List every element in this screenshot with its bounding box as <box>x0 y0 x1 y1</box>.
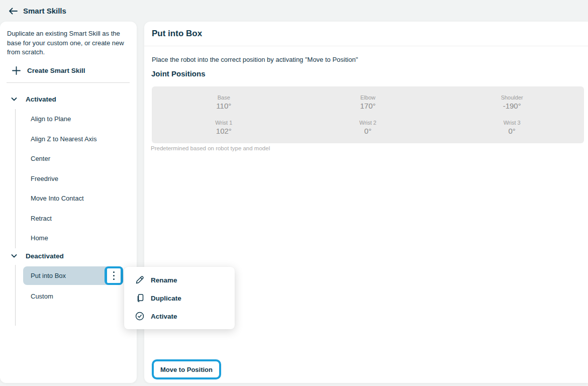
group-header-deactivated[interactable]: Deactivated <box>10 250 64 262</box>
deactivated-item-list: Put into Box Custom <box>15 265 131 326</box>
joint-value: 170° <box>296 102 440 110</box>
skill-title: Put into Box <box>152 29 202 39</box>
arrow-left-icon <box>8 7 18 15</box>
joint-cell-base: Base 110° <box>152 94 296 110</box>
group-label-activated: Activated <box>26 95 56 103</box>
joint-cell-wrist3: Wrist 3 0° <box>440 120 584 135</box>
group-header-activated[interactable]: Activated <box>10 93 56 105</box>
back-button[interactable] <box>5 3 21 19</box>
sidebar-divider <box>7 82 130 83</box>
top-header: Smart Skills <box>0 0 588 22</box>
sidebar: Duplicate an existing Smart Skill as the… <box>0 22 137 383</box>
sidebar-description: Duplicate an existing Smart Skill as the… <box>7 29 130 57</box>
sidebar-item-retract[interactable]: Retract <box>16 209 131 229</box>
activated-item-list: Align to Plane Align Z to Nearest Axis C… <box>15 109 131 248</box>
joint-cell-shoulder: Shoulder -190° <box>440 94 584 110</box>
joint-value: 110° <box>152 102 296 110</box>
joint-label: Wrist 2 <box>296 120 440 126</box>
check-circle-icon <box>135 311 145 321</box>
joint-cell-elbow: Elbow 170° <box>296 94 440 110</box>
joint-positions-panel: Base 110° Elbow 170° Shoulder -190° Wris… <box>152 86 584 143</box>
instruction-text: Place the robot into the correct positio… <box>152 56 358 63</box>
joint-cell-wrist1: Wrist 1 102° <box>152 120 296 135</box>
joint-positions-hint: Predetermined based on robot type and mo… <box>151 145 270 151</box>
joint-label: Wrist 1 <box>152 120 296 126</box>
joint-value: -190° <box>440 102 584 110</box>
sidebar-item-freedrive[interactable]: Freedrive <box>16 169 131 189</box>
sidebar-item-custom[interactable]: Custom <box>16 286 131 307</box>
create-smart-skill-button[interactable]: Create Smart Skill <box>12 63 85 77</box>
menu-item-duplicate[interactable]: Duplicate <box>124 289 235 307</box>
sidebar-item-align-z-to-nearest-axis[interactable]: Align Z to Nearest Axis <box>16 129 131 149</box>
menu-item-rename-label: Rename <box>151 276 177 284</box>
custom-item-wrap: Custom <box>16 286 131 307</box>
chevron-down-icon <box>10 95 18 103</box>
menu-item-activate[interactable]: Activate <box>124 307 235 325</box>
chevron-down-icon <box>10 252 18 260</box>
create-smart-skill-label: Create Smart Skill <box>27 67 85 74</box>
kebab-icon <box>107 268 121 283</box>
item-menu-button[interactable] <box>105 266 123 285</box>
app-root: Smart Skills Duplicate an existing Smart… <box>0 0 588 386</box>
sidebar-item-put-into-box-row: Put into Box <box>16 265 131 286</box>
menu-item-duplicate-label: Duplicate <box>151 295 181 302</box>
duplicate-icon <box>135 293 145 303</box>
joint-value: 0° <box>296 127 440 135</box>
title-divider <box>144 46 588 46</box>
plus-icon <box>12 66 21 75</box>
group-label-deactivated: Deactivated <box>26 252 64 260</box>
pencil-icon <box>135 275 145 285</box>
joint-value: 0° <box>440 127 584 135</box>
joint-label: Wrist 3 <box>440 120 584 126</box>
menu-item-activate-label: Activate <box>151 313 177 320</box>
joint-positions-heading: Joint Positions <box>151 69 206 78</box>
menu-item-rename[interactable]: Rename <box>124 271 235 289</box>
joint-cell-wrist2: Wrist 2 0° <box>296 120 440 135</box>
joint-label: Elbow <box>296 94 440 101</box>
joint-label: Shoulder <box>440 94 584 101</box>
joint-label: Base <box>152 94 296 101</box>
context-menu: Rename Duplicate Activate <box>124 267 235 329</box>
joint-value: 102° <box>152 127 296 135</box>
page-title: Smart Skills <box>23 7 66 15</box>
sidebar-item-move-into-contact[interactable]: Move Into Contact <box>16 188 131 209</box>
sidebar-item-home[interactable]: Home <box>16 228 131 248</box>
sidebar-item-align-to-plane[interactable]: Align to Plane <box>16 109 131 129</box>
sidebar-item-center[interactable]: Center <box>16 149 131 169</box>
move-to-position-button[interactable]: Move to Position <box>152 359 221 379</box>
